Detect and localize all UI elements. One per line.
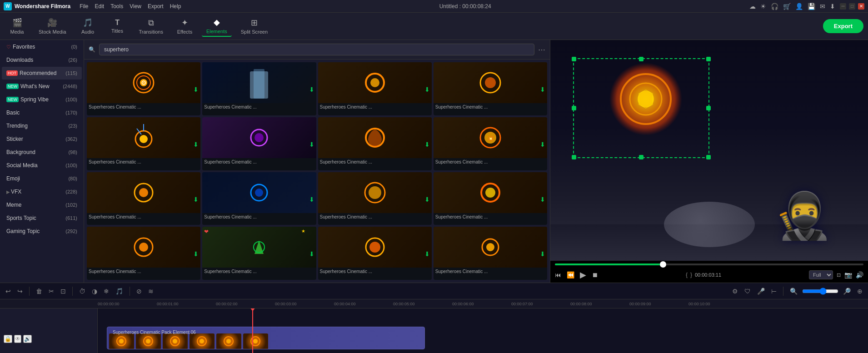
toolbar-stock-media[interactable]: 🎥 Stock Media <box>34 16 71 36</box>
backup-icon[interactable]: 💾 <box>808 3 815 10</box>
redo-button[interactable]: ↪ <box>15 287 25 296</box>
sun-icon[interactable]: ☀ <box>760 3 766 10</box>
track-lock-button[interactable]: 🔒 <box>4 335 12 343</box>
split-button[interactable]: ⊘ <box>135 287 144 296</box>
mail-icon[interactable]: ✉ <box>820 3 825 10</box>
menu-view[interactable]: View <box>130 3 141 10</box>
sidebar-item-social-media[interactable]: Social Media (100) <box>2 159 82 172</box>
media-item-5[interactable]: ⬇ Superheroes Cinematic ... <box>87 117 200 170</box>
media-item-12[interactable]: ⬇ Superheroes Cinematic ... <box>434 172 547 225</box>
step-back-button[interactable]: ⏪ <box>567 271 574 278</box>
user-icon[interactable]: 👤 <box>795 3 803 10</box>
color-button[interactable]: ◑ <box>90 287 99 296</box>
menu-file[interactable]: File <box>80 3 88 10</box>
handle-bot-mid[interactable] <box>639 155 644 159</box>
play-button[interactable]: ▶ <box>580 270 586 280</box>
menu-tools[interactable]: Tools <box>110 3 123 10</box>
media-item-4[interactable]: ⬇ Superheroes Cinematic ... <box>434 62 547 115</box>
handle-mid-left[interactable] <box>572 106 576 110</box>
media-item-13[interactable]: ⬇ Superheroes Cinematic ... <box>87 227 200 280</box>
handle-top-right[interactable] <box>706 57 711 61</box>
media-item-11[interactable]: ⬇ Superheroes Cinematic ... <box>318 172 432 225</box>
add-marker-button[interactable]: ⊕ <box>855 287 864 296</box>
volume-button[interactable]: 🔊 <box>856 271 863 278</box>
menu-export[interactable]: Export <box>148 3 164 10</box>
zoom-in-button[interactable]: 🔎 <box>841 287 853 296</box>
sidebar-item-spring-vibe[interactable]: NEW Spring Vibe (100) <box>2 93 82 106</box>
sidebar-item-recommended[interactable]: HOT Recommended (115) <box>2 67 82 80</box>
sidebar-item-vfx[interactable]: ▶ VFX (228) <box>2 185 82 198</box>
cart-icon[interactable]: 🛒 <box>783 3 791 10</box>
toolbar-titles[interactable]: T Titles <box>105 17 130 35</box>
grid-options-icon[interactable]: ⋯ <box>538 45 545 54</box>
playhead[interactable] <box>252 308 253 353</box>
media-item-6[interactable]: ⬇ Superheroes Cinematic ... <box>202 117 316 170</box>
progress-handle[interactable] <box>660 261 666 268</box>
track-clip[interactable]: Superheroes Cinematic Pack Element 06 <box>107 327 425 349</box>
skip-back-button[interactable]: ⏮ <box>555 271 561 278</box>
track-speaker-button[interactable]: 🔊 <box>23 335 32 343</box>
media-item-8[interactable]: 💥 ⬇ Superheroes Cinematic ... <box>434 117 547 170</box>
sidebar-item-downloads[interactable]: Downloads (26) <box>2 54 82 66</box>
mic-button[interactable]: 🎤 <box>755 287 767 296</box>
sidebar-item-background[interactable]: Background (98) <box>2 146 82 159</box>
settings-button[interactable]: ⚙ <box>730 287 740 296</box>
close-button[interactable]: ✕ <box>858 3 864 10</box>
handle-top-left[interactable] <box>572 57 576 61</box>
maximize-button[interactable]: □ <box>849 3 855 10</box>
crop-tl-button[interactable]: ⊢ <box>769 287 778 296</box>
screenshot-button[interactable]: 📷 <box>844 271 852 278</box>
delete-button[interactable]: 🗑 <box>34 287 44 296</box>
media-item-7[interactable]: ⬇ Superheroes Cinematic ... <box>318 117 432 170</box>
stop-button[interactable]: ⏹ <box>592 271 598 278</box>
toolbar-transitions[interactable]: ⧉ Transitions <box>135 16 168 36</box>
toolbar-effects[interactable]: ✦ Effects <box>172 16 197 36</box>
toolbar-audio[interactable]: 🎵 Audio <box>75 16 100 36</box>
audio-wave-button[interactable]: ≋ <box>146 287 155 296</box>
freeze-button[interactable]: ❄ <box>102 287 111 296</box>
media-item-15[interactable]: ⬇ Superheroes Cinematic ... <box>318 227 432 280</box>
handle-bot-right[interactable] <box>706 155 711 159</box>
media-item-9[interactable]: ⬇ Superheroes Cinematic ... <box>87 172 200 225</box>
sidebar-item-whats-new[interactable]: NEW What's New (2448) <box>2 80 82 93</box>
detach-audio-button[interactable]: 🎵 <box>114 287 125 296</box>
undo-button[interactable]: ↩ <box>4 287 13 296</box>
menu-edit[interactable]: Edit <box>95 3 104 10</box>
sidebar-item-trending[interactable]: Trending (23) <box>2 119 82 132</box>
media-item-10[interactable]: ⬇ Superheroes Cinematic ... <box>202 172 316 225</box>
crop-button[interactable]: ⊡ <box>59 287 68 296</box>
media-item-14[interactable]: ⬇ ❤ ★ Superheroes Cinematic ... <box>202 227 316 280</box>
shield-button[interactable]: 🛡 <box>743 287 753 296</box>
media-item-1[interactable]: ⚙ ⬇ Superheroes Cinematic ... <box>87 62 200 115</box>
speed-button[interactable]: ⏱ <box>77 287 87 296</box>
progress-bar[interactable] <box>555 264 863 265</box>
sidebar-item-basic[interactable]: Basic (170) <box>2 106 82 119</box>
menu-help[interactable]: Help <box>170 3 181 10</box>
toolbar-elements[interactable]: ◆ Elements <box>202 15 232 37</box>
sidebar-item-gaming-topic[interactable]: Gaming Topic (292) <box>2 225 82 238</box>
search-input[interactable] <box>99 44 534 55</box>
sidebar-item-meme[interactable]: Meme (102) <box>2 199 82 211</box>
toolbar-split-screen[interactable]: ⊞ Split Screen <box>236 16 272 36</box>
handle-mid-right[interactable] <box>706 106 711 110</box>
media-item-16[interactable]: ⬇ Superheroes Cinematic ... <box>434 227 547 280</box>
trim-end-icon[interactable]: } <box>690 272 692 278</box>
zoom-slider[interactable] <box>802 288 838 295</box>
sidebar-item-emoji[interactable]: Emoji (80) <box>2 172 82 185</box>
media-item-3[interactable]: ⬇ Superheroes Cinematic ... <box>318 62 432 115</box>
download-icon[interactable]: ⬇ <box>830 3 835 10</box>
cloud-icon[interactable]: ☁ <box>749 3 756 10</box>
sidebar-item-sports-topic[interactable]: Sports Topic (611) <box>2 212 82 224</box>
zoom-select[interactable]: Full 50% 75% <box>809 270 833 279</box>
toolbar-media[interactable]: 🎬 Media <box>5 16 30 36</box>
export-button[interactable]: Export <box>823 19 863 33</box>
zoom-out-button[interactable]: 🔍 <box>788 287 799 296</box>
track-eye-button[interactable]: 👁 <box>14 335 21 343</box>
trim-start-icon[interactable]: { <box>686 272 688 278</box>
sidebar-item-favorites[interactable]: ♡ Favorites (0) <box>2 40 82 53</box>
cut-button[interactable]: ✂ <box>47 287 56 296</box>
handle-bot-left[interactable] <box>572 155 576 159</box>
media-item-2[interactable]: ⬇ Superheroes Cinematic ... <box>202 62 316 115</box>
sidebar-item-sticker[interactable]: Sticker (362) <box>2 133 82 145</box>
headset-icon[interactable]: 🎧 <box>771 3 778 10</box>
